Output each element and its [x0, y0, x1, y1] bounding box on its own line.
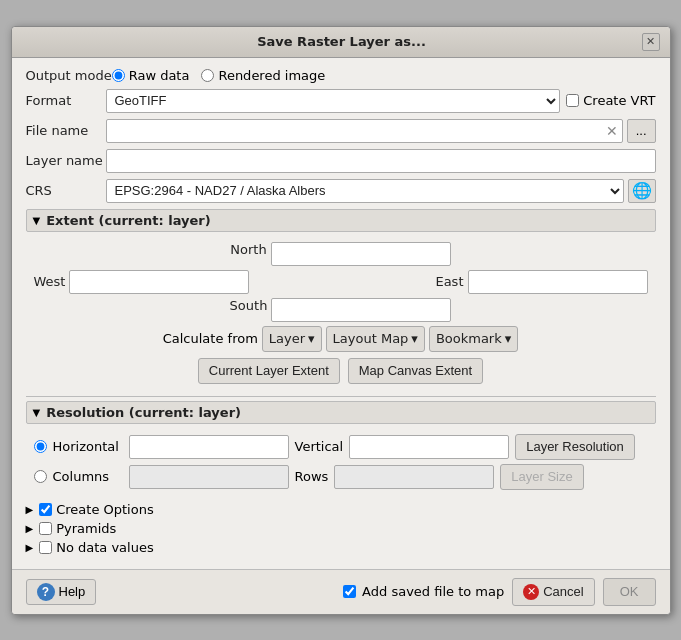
east-label: East: [435, 274, 463, 289]
close-button[interactable]: ✕: [642, 33, 660, 51]
layer-name-label: Layer name: [26, 153, 106, 168]
rendered-image-option[interactable]: Rendered image: [201, 68, 325, 83]
south-input[interactable]: 1367760,0000: [271, 298, 451, 322]
file-name-row: File name user/qgis_sample_data/raster/l…: [26, 119, 656, 143]
south-label: South: [230, 298, 268, 322]
north-label: North: [230, 242, 266, 266]
file-name-label: File name: [26, 123, 106, 138]
help-label: Help: [59, 584, 86, 599]
layer-size-button[interactable]: Layer Size: [500, 464, 583, 490]
ok-button[interactable]: OK: [603, 578, 656, 606]
no-data-values-checkbox[interactable]: [39, 541, 52, 554]
columns-input[interactable]: 3663: [129, 465, 289, 489]
layer-dropdown-button[interactable]: Layer ▾: [262, 326, 322, 352]
vertical-label: Vertical: [295, 439, 344, 454]
horizontal-row: Horizontal 3280 Vertical 3280 Layer Reso…: [34, 434, 648, 460]
north-input[interactable]: 7809680,0000: [271, 242, 451, 266]
format-label: Format: [26, 93, 106, 108]
cancel-button[interactable]: ✕ Cancel: [512, 578, 594, 606]
file-name-input-wrap: user/qgis_sample_data/raster/landcover.t…: [106, 119, 623, 143]
layer-name-input[interactable]: [106, 149, 656, 173]
resolution-arrow-icon: ▼: [33, 407, 41, 418]
pyramids-label: Pyramids: [56, 521, 116, 536]
pyramids-arrow-icon: ▶: [26, 523, 34, 534]
create-vrt-label[interactable]: Create VRT: [566, 93, 655, 108]
pyramids-row: ▶ Pyramids: [26, 521, 656, 536]
current-layer-extent-button[interactable]: Current Layer Extent: [198, 358, 340, 384]
crs-label: CRS: [26, 183, 106, 198]
add-to-map-label: Add saved file to map: [362, 584, 504, 599]
cancel-label: Cancel: [543, 584, 583, 599]
horizontal-input[interactable]: 3280: [129, 435, 289, 459]
create-vrt-checkbox[interactable]: [566, 94, 579, 107]
add-to-map-checkbox[interactable]: [343, 585, 356, 598]
browse-button[interactable]: ...: [627, 119, 656, 143]
north-row: North 7809680,0000: [34, 242, 648, 266]
clear-filename-button[interactable]: ✕: [606, 123, 618, 139]
crs-select[interactable]: EPSG:2964 - NAD27 / Alaska Albers: [106, 179, 624, 203]
save-raster-dialog: Save Raster Layer as... ✕ Output mode Ra…: [11, 26, 671, 615]
create-options-row: ▶ Create Options: [26, 502, 656, 517]
crs-row: CRS EPSG:2964 - NAD27 / Alaska Albers 🌐: [26, 179, 656, 203]
columns-row: Columns 3663 Rows 1964 Layer Size: [34, 464, 648, 490]
layer-name-row: Layer name: [26, 149, 656, 173]
output-mode-group: Raw data Rendered image: [112, 68, 326, 83]
layer-resolution-button[interactable]: Layer Resolution: [515, 434, 635, 460]
extent-buttons-row: Current Layer Extent Map Canvas Extent: [34, 358, 648, 384]
dialog-footer: ? Help Add saved file to map ✕ Cancel OK: [12, 569, 670, 614]
help-button[interactable]: ? Help: [26, 579, 97, 605]
dialog-content: Output mode Raw data Rendered image Form…: [12, 58, 670, 569]
horizontal-radio[interactable]: [34, 440, 47, 453]
add-to-map-row[interactable]: Add saved file to map: [343, 584, 504, 599]
collapsible-options: ▶ Create Options ▶ Pyramids ▶ No data va…: [26, 502, 656, 555]
rows-label: Rows: [295, 469, 329, 484]
extent-arrow-icon: ▼: [33, 215, 41, 226]
map-canvas-extent-button[interactable]: Map Canvas Extent: [348, 358, 483, 384]
extent-section-header[interactable]: ▼ Extent (current: layer): [26, 209, 656, 232]
calculate-from-row: Calculate from Layer ▾ Layout Map ▾ Book…: [34, 326, 648, 352]
format-select[interactable]: GeoTIFF: [106, 89, 561, 113]
extent-section-label: Extent (current: layer): [46, 213, 211, 228]
no-data-values-arrow-icon: ▶: [26, 542, 34, 553]
calculate-from-label: Calculate from: [163, 331, 258, 346]
west-label: West: [34, 274, 66, 289]
create-options-arrow-icon: ▶: [26, 504, 34, 515]
columns-label: Columns: [53, 469, 123, 484]
east-input[interactable]: 4897040,0000: [468, 270, 648, 294]
cancel-icon: ✕: [523, 584, 539, 600]
west-input[interactable]: -7117600,0000: [69, 270, 249, 294]
west-east-row: West -7117600,0000 East 4897040,0000: [34, 270, 648, 294]
title-bar: Save Raster Layer as... ✕: [12, 27, 670, 58]
raw-data-option[interactable]: Raw data: [112, 68, 190, 83]
no-data-values-row: ▶ No data values: [26, 540, 656, 555]
layout-map-dropdown-button[interactable]: Layout Map ▾: [326, 326, 425, 352]
footer-right: Add saved file to map ✕ Cancel OK: [343, 578, 655, 606]
south-row: South 1367760,0000: [34, 298, 648, 322]
crs-icon-button[interactable]: 🌐: [628, 179, 656, 203]
format-row: Format GeoTIFF Create VRT: [26, 89, 656, 113]
resolution-section-label: Resolution (current: layer): [46, 405, 241, 420]
resolution-section-header[interactable]: ▼ Resolution (current: layer): [26, 401, 656, 424]
help-icon: ?: [37, 583, 55, 601]
extent-section-body: North 7809680,0000 West -7117600,0000 Ea…: [26, 238, 656, 392]
rendered-image-radio[interactable]: [201, 69, 214, 82]
rendered-image-label: Rendered image: [218, 68, 325, 83]
east-group: East 4897040,0000: [435, 270, 647, 294]
output-mode-row: Output mode Raw data Rendered image: [26, 68, 656, 83]
raw-data-label: Raw data: [129, 68, 190, 83]
horizontal-label: Horizontal: [53, 439, 123, 454]
pyramids-checkbox[interactable]: [39, 522, 52, 535]
no-data-values-label: No data values: [56, 540, 154, 555]
create-options-label: Create Options: [56, 502, 154, 517]
rows-input[interactable]: 1964: [334, 465, 494, 489]
dialog-title: Save Raster Layer as...: [42, 34, 642, 49]
west-group: West -7117600,0000: [34, 270, 250, 294]
output-mode-label: Output mode: [26, 68, 112, 83]
file-name-input[interactable]: user/qgis_sample_data/raster/landcover.t…: [111, 119, 604, 143]
vertical-input[interactable]: 3280: [349, 435, 509, 459]
resolution-section-body: Horizontal 3280 Vertical 3280 Layer Reso…: [26, 430, 656, 502]
create-options-checkbox[interactable]: [39, 503, 52, 516]
bookmark-dropdown-button[interactable]: Bookmark ▾: [429, 326, 518, 352]
raw-data-radio[interactable]: [112, 69, 125, 82]
columns-radio[interactable]: [34, 470, 47, 483]
